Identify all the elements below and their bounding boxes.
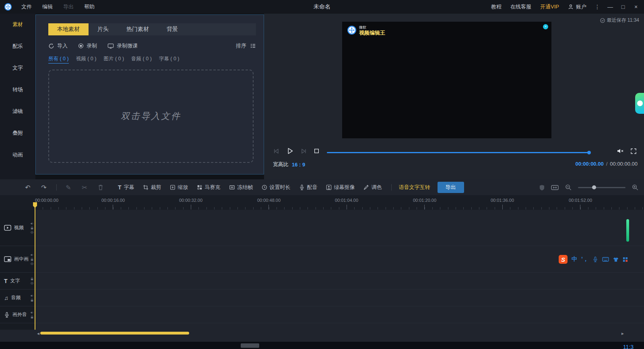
- track-mute-icon[interactable]: [30, 222, 34, 225]
- account-button[interactable]: 账户: [564, 3, 591, 10]
- tab-intro[interactable]: 片头: [89, 23, 118, 35]
- audio-track-header[interactable]: ♫ 音频: [0, 289, 35, 306]
- redo-button[interactable]: ↷: [39, 183, 48, 192]
- record-button[interactable]: 录制: [78, 42, 97, 49]
- pip-track-header[interactable]: 画中画: [0, 246, 35, 272]
- tab-background[interactable]: 背景: [158, 23, 187, 35]
- track-visibility-icon[interactable]: [30, 230, 34, 234]
- tool-scale[interactable]: 缩放: [170, 184, 188, 191]
- menu-help[interactable]: 帮助: [79, 3, 100, 10]
- filter-image[interactable]: 图片 ( 0 ): [103, 55, 124, 64]
- video-track-lane[interactable]: [35, 210, 644, 246]
- previous-frame-button[interactable]: [273, 148, 280, 155]
- voiceover-track-lane[interactable]: [35, 306, 644, 323]
- sidebar-item-animation[interactable]: 动画: [0, 144, 35, 166]
- sidebar-item-transition[interactable]: 转场: [0, 79, 35, 101]
- fit-timeline-button[interactable]: [551, 185, 559, 191]
- pip-track-lane[interactable]: [35, 246, 644, 272]
- export-button[interactable]: 导出: [438, 182, 464, 193]
- track-mute-icon[interactable]: [30, 294, 34, 298]
- stop-button[interactable]: [313, 148, 320, 154]
- sidebar-item-filter[interactable]: 滤镜: [0, 101, 35, 122]
- text-track-lane[interactable]: [35, 273, 644, 289]
- menu-file[interactable]: 文件: [16, 3, 37, 10]
- sort-button[interactable]: 排序: [236, 42, 256, 49]
- import-dropzone[interactable]: 双击导入文件: [48, 70, 254, 163]
- scroll-left-arrow[interactable]: ◄: [36, 331, 40, 336]
- ime-punctuation-toggle[interactable]: ’，: [581, 256, 588, 263]
- fullscreen-button[interactable]: [630, 148, 637, 154]
- playhead-line[interactable]: [35, 203, 35, 330]
- horizontal-scrollbar[interactable]: [40, 332, 189, 335]
- scroll-right-arrow[interactable]: ►: [621, 331, 625, 336]
- track-mute-icon[interactable]: [30, 311, 34, 314]
- undo-button[interactable]: ↶: [23, 183, 32, 192]
- edge-scroll-indicator[interactable]: [626, 219, 629, 242]
- tool-crop[interactable]: 裁剪: [143, 184, 161, 191]
- tab-popular-media[interactable]: 热门素材: [118, 23, 158, 35]
- sidebar-item-media[interactable]: 素材: [0, 14, 35, 35]
- play-button[interactable]: [286, 147, 294, 155]
- minimize-button[interactable]: —: [604, 0, 617, 14]
- filter-video[interactable]: 视频 ( 0 ): [76, 55, 97, 64]
- track-visibility-icon[interactable]: [30, 281, 34, 285]
- floating-assistant-widget[interactable]: [635, 93, 644, 114]
- filter-audio[interactable]: 音频 ( 0 ): [131, 55, 152, 64]
- progress-handle[interactable]: [587, 151, 591, 154]
- speech-text-button[interactable]: 语音文字互转: [399, 184, 430, 191]
- track-visibility-icon[interactable]: [30, 262, 34, 265]
- ime-keyboard-button[interactable]: [602, 257, 609, 262]
- video-track-header[interactable]: 视频: [0, 210, 35, 246]
- filter-subtitle[interactable]: 字幕 ( 0 ): [159, 55, 180, 64]
- tool-set-duration[interactable]: 设置时长: [262, 184, 291, 191]
- timeline-zoom-slider[interactable]: [578, 187, 625, 188]
- tool-dubbing[interactable]: 配音: [299, 184, 318, 191]
- close-button[interactable]: ×: [630, 0, 642, 14]
- track-lock-icon[interactable]: [30, 315, 34, 319]
- assistant-dot: [637, 101, 643, 106]
- vip-button[interactable]: 开通VIP: [536, 3, 564, 10]
- volume-button[interactable]: [617, 148, 624, 154]
- next-frame-button[interactable]: [300, 148, 307, 155]
- ime-logo[interactable]: S: [559, 255, 568, 264]
- tool-mosaic[interactable]: 马赛克: [197, 184, 221, 191]
- sidebar-item-text[interactable]: 文字: [0, 57, 35, 79]
- maximize-button[interactable]: □: [617, 0, 630, 14]
- taskbar-clock[interactable]: 11:3: [623, 344, 634, 349]
- online-support-link[interactable]: 在线客服: [506, 3, 536, 10]
- tool-subtitle[interactable]: T 字幕: [118, 184, 134, 191]
- tool-green-screen[interactable]: 绿幕抠像: [326, 184, 355, 191]
- voiceover-track-header[interactable]: 画外音: [0, 306, 35, 323]
- timeline-ruler[interactable]: 00:00:00.00 00:00:16.00 00:00:32.00 00:0…: [0, 195, 644, 210]
- zoom-out-button[interactable]: [565, 184, 572, 191]
- import-button[interactable]: 导入: [48, 42, 68, 49]
- zoom-in-button[interactable]: [632, 184, 638, 191]
- filter-all[interactable]: 所有 ( 0 ): [48, 55, 69, 64]
- tab-local-media[interactable]: 本地素材: [48, 23, 89, 35]
- ime-voice-button[interactable]: [592, 257, 598, 262]
- sidebar-item-music[interactable]: 配乐: [0, 35, 35, 57]
- tool-scale-label: 缩放: [178, 184, 188, 191]
- tool-freeze-frame[interactable]: 冻结帧: [229, 184, 253, 191]
- more-menu-button[interactable]: ⋮: [591, 0, 604, 14]
- audio-track-lane[interactable]: [35, 289, 644, 306]
- text-track-header[interactable]: T 文字: [0, 273, 35, 289]
- zoom-slider-handle[interactable]: [592, 185, 596, 189]
- sidebar-item-overlay[interactable]: 叠附: [0, 122, 35, 144]
- record-course-button[interactable]: 录制微课: [107, 42, 138, 49]
- aspect-ratio-control[interactable]: 宽高比 16 : 9: [273, 161, 305, 168]
- tutorial-link[interactable]: 教程: [487, 3, 506, 10]
- timeline-toolbar: ↶ ↷ ✎ ✂ T 字幕 裁剪 缩放 马赛克: [0, 179, 644, 195]
- ime-language-toggle[interactable]: 中: [572, 256, 577, 263]
- menu-edit[interactable]: 编辑: [37, 3, 58, 10]
- track-lock-icon[interactable]: [30, 277, 34, 281]
- track-lock-icon[interactable]: [30, 257, 34, 261]
- track-mute-icon[interactable]: [30, 253, 34, 257]
- taskbar-item[interactable]: [241, 343, 259, 348]
- track-lock-icon[interactable]: [30, 298, 34, 302]
- ime-skin-button[interactable]: [613, 257, 619, 262]
- ime-toolbox-button[interactable]: [623, 257, 628, 262]
- tool-color-grade[interactable]: 调色: [363, 184, 382, 191]
- playback-progress-bar[interactable]: [327, 152, 589, 153]
- track-lock-icon[interactable]: [30, 226, 34, 230]
